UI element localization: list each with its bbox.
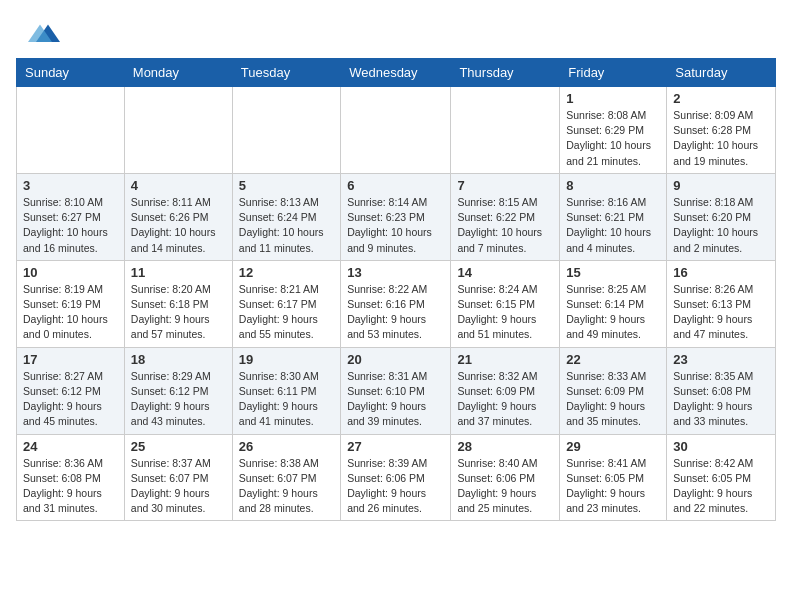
day-info: Sunrise: 8:38 AM Sunset: 6:07 PM Dayligh… (239, 456, 334, 517)
calendar-cell: 13Sunrise: 8:22 AM Sunset: 6:16 PM Dayli… (341, 260, 451, 347)
calendar-week-2: 3Sunrise: 8:10 AM Sunset: 6:27 PM Daylig… (17, 173, 776, 260)
day-info: Sunrise: 8:41 AM Sunset: 6:05 PM Dayligh… (566, 456, 660, 517)
day-info: Sunrise: 8:36 AM Sunset: 6:08 PM Dayligh… (23, 456, 118, 517)
calendar-cell: 27Sunrise: 8:39 AM Sunset: 6:06 PM Dayli… (341, 434, 451, 521)
day-number: 2 (673, 91, 769, 106)
day-info: Sunrise: 8:14 AM Sunset: 6:23 PM Dayligh… (347, 195, 444, 256)
calendar-cell (341, 87, 451, 174)
calendar-cell: 7Sunrise: 8:15 AM Sunset: 6:22 PM Daylig… (451, 173, 560, 260)
calendar-cell (232, 87, 340, 174)
day-number: 21 (457, 352, 553, 367)
day-info: Sunrise: 8:11 AM Sunset: 6:26 PM Dayligh… (131, 195, 226, 256)
day-number: 20 (347, 352, 444, 367)
day-info: Sunrise: 8:15 AM Sunset: 6:22 PM Dayligh… (457, 195, 553, 256)
calendar-cell: 28Sunrise: 8:40 AM Sunset: 6:06 PM Dayli… (451, 434, 560, 521)
logo (24, 18, 60, 50)
day-info: Sunrise: 8:16 AM Sunset: 6:21 PM Dayligh… (566, 195, 660, 256)
calendar-cell: 10Sunrise: 8:19 AM Sunset: 6:19 PM Dayli… (17, 260, 125, 347)
calendar-cell: 9Sunrise: 8:18 AM Sunset: 6:20 PM Daylig… (667, 173, 776, 260)
calendar-week-1: 1Sunrise: 8:08 AM Sunset: 6:29 PM Daylig… (17, 87, 776, 174)
day-number: 30 (673, 439, 769, 454)
calendar-cell: 20Sunrise: 8:31 AM Sunset: 6:10 PM Dayli… (341, 347, 451, 434)
calendar-cell: 1Sunrise: 8:08 AM Sunset: 6:29 PM Daylig… (560, 87, 667, 174)
day-info: Sunrise: 8:27 AM Sunset: 6:12 PM Dayligh… (23, 369, 118, 430)
day-number: 29 (566, 439, 660, 454)
logo-icon (28, 18, 60, 50)
calendar-cell: 2Sunrise: 8:09 AM Sunset: 6:28 PM Daylig… (667, 87, 776, 174)
calendar-cell: 21Sunrise: 8:32 AM Sunset: 6:09 PM Dayli… (451, 347, 560, 434)
calendar-cell: 23Sunrise: 8:35 AM Sunset: 6:08 PM Dayli… (667, 347, 776, 434)
day-number: 3 (23, 178, 118, 193)
day-number: 14 (457, 265, 553, 280)
page-header (0, 0, 792, 58)
day-number: 28 (457, 439, 553, 454)
calendar-cell: 25Sunrise: 8:37 AM Sunset: 6:07 PM Dayli… (124, 434, 232, 521)
day-number: 19 (239, 352, 334, 367)
day-number: 16 (673, 265, 769, 280)
day-number: 18 (131, 352, 226, 367)
weekday-header-friday: Friday (560, 59, 667, 87)
day-info: Sunrise: 8:32 AM Sunset: 6:09 PM Dayligh… (457, 369, 553, 430)
day-info: Sunrise: 8:21 AM Sunset: 6:17 PM Dayligh… (239, 282, 334, 343)
day-info: Sunrise: 8:10 AM Sunset: 6:27 PM Dayligh… (23, 195, 118, 256)
day-info: Sunrise: 8:33 AM Sunset: 6:09 PM Dayligh… (566, 369, 660, 430)
day-info: Sunrise: 8:20 AM Sunset: 6:18 PM Dayligh… (131, 282, 226, 343)
day-info: Sunrise: 8:42 AM Sunset: 6:05 PM Dayligh… (673, 456, 769, 517)
weekday-header-wednesday: Wednesday (341, 59, 451, 87)
day-number: 13 (347, 265, 444, 280)
day-number: 24 (23, 439, 118, 454)
calendar-cell: 30Sunrise: 8:42 AM Sunset: 6:05 PM Dayli… (667, 434, 776, 521)
day-number: 27 (347, 439, 444, 454)
day-number: 25 (131, 439, 226, 454)
day-info: Sunrise: 8:25 AM Sunset: 6:14 PM Dayligh… (566, 282, 660, 343)
calendar-cell: 8Sunrise: 8:16 AM Sunset: 6:21 PM Daylig… (560, 173, 667, 260)
day-number: 4 (131, 178, 226, 193)
calendar-cell: 19Sunrise: 8:30 AM Sunset: 6:11 PM Dayli… (232, 347, 340, 434)
day-info: Sunrise: 8:31 AM Sunset: 6:10 PM Dayligh… (347, 369, 444, 430)
day-info: Sunrise: 8:29 AM Sunset: 6:12 PM Dayligh… (131, 369, 226, 430)
day-info: Sunrise: 8:08 AM Sunset: 6:29 PM Dayligh… (566, 108, 660, 169)
calendar-week-3: 10Sunrise: 8:19 AM Sunset: 6:19 PM Dayli… (17, 260, 776, 347)
calendar-cell: 16Sunrise: 8:26 AM Sunset: 6:13 PM Dayli… (667, 260, 776, 347)
day-number: 15 (566, 265, 660, 280)
calendar-cell: 18Sunrise: 8:29 AM Sunset: 6:12 PM Dayli… (124, 347, 232, 434)
calendar-table: SundayMondayTuesdayWednesdayThursdayFrid… (16, 58, 776, 521)
day-number: 23 (673, 352, 769, 367)
day-number: 9 (673, 178, 769, 193)
day-number: 10 (23, 265, 118, 280)
day-number: 12 (239, 265, 334, 280)
calendar-wrapper: SundayMondayTuesdayWednesdayThursdayFrid… (0, 58, 792, 529)
day-number: 22 (566, 352, 660, 367)
weekday-header-saturday: Saturday (667, 59, 776, 87)
calendar-week-4: 17Sunrise: 8:27 AM Sunset: 6:12 PM Dayli… (17, 347, 776, 434)
calendar-cell: 11Sunrise: 8:20 AM Sunset: 6:18 PM Dayli… (124, 260, 232, 347)
calendar-cell: 26Sunrise: 8:38 AM Sunset: 6:07 PM Dayli… (232, 434, 340, 521)
day-info: Sunrise: 8:19 AM Sunset: 6:19 PM Dayligh… (23, 282, 118, 343)
day-info: Sunrise: 8:40 AM Sunset: 6:06 PM Dayligh… (457, 456, 553, 517)
calendar-cell: 4Sunrise: 8:11 AM Sunset: 6:26 PM Daylig… (124, 173, 232, 260)
day-number: 6 (347, 178, 444, 193)
day-number: 11 (131, 265, 226, 280)
calendar-week-5: 24Sunrise: 8:36 AM Sunset: 6:08 PM Dayli… (17, 434, 776, 521)
weekday-header-tuesday: Tuesday (232, 59, 340, 87)
weekday-header-monday: Monday (124, 59, 232, 87)
day-info: Sunrise: 8:09 AM Sunset: 6:28 PM Dayligh… (673, 108, 769, 169)
calendar-cell: 3Sunrise: 8:10 AM Sunset: 6:27 PM Daylig… (17, 173, 125, 260)
calendar-cell (17, 87, 125, 174)
day-info: Sunrise: 8:18 AM Sunset: 6:20 PM Dayligh… (673, 195, 769, 256)
calendar-cell: 12Sunrise: 8:21 AM Sunset: 6:17 PM Dayli… (232, 260, 340, 347)
calendar-cell: 17Sunrise: 8:27 AM Sunset: 6:12 PM Dayli… (17, 347, 125, 434)
calendar-cell (451, 87, 560, 174)
calendar-cell: 6Sunrise: 8:14 AM Sunset: 6:23 PM Daylig… (341, 173, 451, 260)
calendar-cell (124, 87, 232, 174)
day-info: Sunrise: 8:39 AM Sunset: 6:06 PM Dayligh… (347, 456, 444, 517)
weekday-header-sunday: Sunday (17, 59, 125, 87)
day-info: Sunrise: 8:35 AM Sunset: 6:08 PM Dayligh… (673, 369, 769, 430)
calendar-header: SundayMondayTuesdayWednesdayThursdayFrid… (17, 59, 776, 87)
calendar-cell: 5Sunrise: 8:13 AM Sunset: 6:24 PM Daylig… (232, 173, 340, 260)
calendar-cell: 15Sunrise: 8:25 AM Sunset: 6:14 PM Dayli… (560, 260, 667, 347)
day-number: 7 (457, 178, 553, 193)
day-info: Sunrise: 8:22 AM Sunset: 6:16 PM Dayligh… (347, 282, 444, 343)
weekday-header-thursday: Thursday (451, 59, 560, 87)
day-number: 17 (23, 352, 118, 367)
